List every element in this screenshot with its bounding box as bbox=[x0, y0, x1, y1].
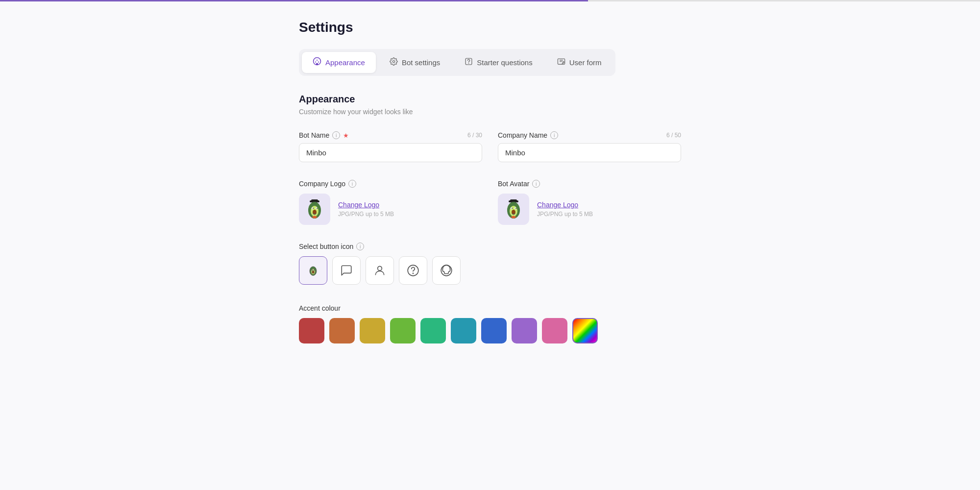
section-heading: Appearance bbox=[299, 94, 681, 105]
svg-point-26 bbox=[515, 208, 516, 209]
svg-point-36 bbox=[413, 273, 413, 273]
question-icon bbox=[465, 57, 473, 68]
svg-point-4 bbox=[392, 60, 394, 62]
appearance-icon bbox=[313, 57, 321, 68]
bot-name-info-icon[interactable]: i bbox=[332, 131, 340, 139]
svg-point-6 bbox=[468, 63, 469, 63]
icon-options-row bbox=[299, 256, 681, 285]
page-title: Settings bbox=[299, 20, 681, 35]
svg-point-8 bbox=[563, 61, 564, 63]
icon-option-chat[interactable] bbox=[332, 256, 361, 285]
company-logo-change-link[interactable]: Change Logo bbox=[338, 201, 394, 209]
bot-avatar-change-link[interactable]: Change Logo bbox=[537, 201, 593, 209]
colour-swatch-teal[interactable] bbox=[420, 318, 446, 343]
bot-avatar-info-icon[interactable]: i bbox=[532, 180, 540, 188]
button-icon-section: Select button icon i bbox=[299, 243, 681, 285]
colour-swatch-blue[interactable] bbox=[481, 318, 507, 343]
icon-option-avatar[interactable] bbox=[299, 256, 327, 285]
bot-avatar-label: Bot Avatar i bbox=[498, 180, 681, 188]
svg-point-33 bbox=[314, 270, 315, 270]
company-name-group: Company Name i 6 / 50 bbox=[498, 131, 681, 162]
svg-point-17 bbox=[317, 208, 318, 209]
section-subtext: Customize how your widget looks like bbox=[299, 108, 681, 116]
logo-avatar-row: Company Logo i bbox=[299, 180, 681, 225]
svg-point-32 bbox=[312, 270, 313, 270]
colour-swatch-pink[interactable] bbox=[542, 318, 567, 343]
icon-option-headset[interactable] bbox=[432, 256, 461, 285]
tab-appearance[interactable]: Appearance bbox=[302, 52, 376, 73]
tab-bar: Appearance Bot settings Starter question… bbox=[299, 49, 615, 76]
tab-user-form[interactable]: User form bbox=[546, 52, 612, 73]
svg-rect-19 bbox=[510, 199, 517, 202]
svg-point-1 bbox=[315, 61, 316, 62]
company-logo-upload-info: Change Logo JPG/PNG up to 5 MB bbox=[338, 201, 394, 218]
colour-swatch-red[interactable] bbox=[299, 318, 324, 343]
company-name-char-count: 6 / 50 bbox=[666, 132, 681, 139]
bot-avatar-group: Bot Avatar i bbox=[498, 180, 681, 225]
accent-colour-label: Accent colour bbox=[299, 304, 681, 312]
bot-avatar-upload-info: Change Logo JPG/PNG up to 5 MB bbox=[537, 201, 593, 218]
button-icon-info-icon[interactable]: i bbox=[356, 243, 364, 250]
tab-bot-settings[interactable]: Bot settings bbox=[379, 52, 451, 73]
user-form-icon bbox=[557, 57, 565, 68]
icon-option-person[interactable] bbox=[366, 256, 394, 285]
company-logo-label: Company Logo i bbox=[299, 180, 482, 188]
tab-user-form-label: User form bbox=[569, 58, 602, 67]
icon-option-question[interactable] bbox=[399, 256, 427, 285]
required-indicator: ★ bbox=[343, 132, 349, 139]
gear-icon bbox=[390, 57, 398, 68]
bot-name-input[interactable] bbox=[299, 143, 482, 162]
company-name-input[interactable] bbox=[498, 143, 681, 162]
svg-rect-10 bbox=[311, 199, 318, 202]
bot-name-label: Bot Name i ★ bbox=[299, 131, 349, 139]
accent-colour-section: Accent colour bbox=[299, 304, 681, 343]
button-icon-label: Select button icon i bbox=[299, 243, 681, 250]
company-name-label: Company Name i bbox=[498, 131, 558, 139]
company-name-info-icon[interactable]: i bbox=[550, 131, 558, 139]
svg-point-3 bbox=[318, 61, 319, 62]
bot-name-group: Bot Name i ★ 6 / 30 bbox=[299, 131, 482, 162]
bot-avatar-uploader: Change Logo JPG/PNG up to 5 MB bbox=[498, 194, 681, 225]
colour-swatch-rainbow[interactable] bbox=[572, 318, 598, 343]
bot-avatar-hint: JPG/PNG up to 5 MB bbox=[537, 211, 593, 218]
colour-swatch-purple[interactable] bbox=[512, 318, 537, 343]
tab-starter-questions-label: Starter questions bbox=[477, 58, 532, 67]
name-fields-row: Bot Name i ★ 6 / 30 Company Name i 6 / 5… bbox=[299, 131, 681, 162]
company-logo-hint: JPG/PNG up to 5 MB bbox=[338, 211, 394, 218]
tab-appearance-label: Appearance bbox=[325, 58, 365, 67]
bot-name-char-count: 6 / 30 bbox=[467, 132, 482, 139]
svg-point-2 bbox=[317, 60, 318, 61]
colour-swatches-row bbox=[299, 318, 681, 343]
company-logo-preview bbox=[299, 194, 330, 225]
colour-swatch-green[interactable] bbox=[390, 318, 416, 343]
colour-swatch-cyan[interactable] bbox=[451, 318, 476, 343]
bot-avatar-preview bbox=[498, 194, 529, 225]
tab-bot-settings-label: Bot settings bbox=[402, 58, 440, 67]
company-logo-uploader: Change Logo JPG/PNG up to 5 MB bbox=[299, 194, 482, 225]
tab-starter-questions[interactable]: Starter questions bbox=[454, 52, 543, 73]
company-logo-group: Company Logo i bbox=[299, 180, 482, 225]
svg-point-29 bbox=[312, 271, 314, 273]
colour-swatch-orange[interactable] bbox=[329, 318, 355, 343]
company-logo-info-icon[interactable]: i bbox=[348, 180, 356, 188]
svg-point-25 bbox=[512, 208, 513, 209]
svg-point-16 bbox=[313, 208, 314, 209]
colour-swatch-yellow[interactable] bbox=[360, 318, 385, 343]
svg-point-34 bbox=[378, 266, 382, 270]
